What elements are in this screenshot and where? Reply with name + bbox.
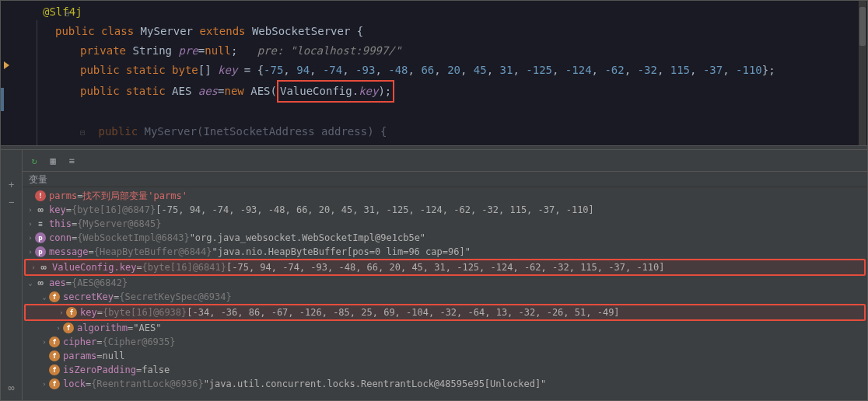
var-type: {HeapByteBuffer@6844} <box>94 245 212 259</box>
fold-minus-icon[interactable]: ⊟ <box>80 127 86 138</box>
variable-row[interactable]: ⌄∞aes = {AES@6842} <box>23 276 867 290</box>
var-type: {byte[16]@6938} <box>103 305 187 319</box>
code-line-7: ⊟ public MyServer(InetSocketAddress addr… <box>43 122 867 142</box>
var-kind-icon: f <box>49 350 60 361</box>
selection-indicator <box>1 88 4 111</box>
var-value: "java.nio.HeapByteBuffer[pos=0 lim=96 ca… <box>212 245 471 259</box>
var-kind-icon: p <box>35 246 46 257</box>
var-value: null <box>103 349 125 363</box>
var-name: aes <box>49 276 66 290</box>
highlight-valueconfig-key: ValueConfig.key); <box>277 80 394 103</box>
var-kind-icon: f <box>66 307 77 318</box>
var-kind-icon: f <box>49 378 60 389</box>
editor-scrollbar[interactable] <box>859 1 866 145</box>
var-kind-icon: f <box>49 336 60 347</box>
variable-row[interactable]: ›pmessage = {HeapByteBuffer@6844} "java.… <box>23 245 867 259</box>
variable-row[interactable]: ›flock = {ReentrantLock@6936} "java.util… <box>23 377 867 391</box>
expand-arrow-icon[interactable]: › <box>26 203 35 217</box>
expand-arrow-icon[interactable]: › <box>26 245 35 259</box>
variable-row[interactable]: ⌄fsecretKey = {SecretKeySpec@6934} <box>23 290 867 304</box>
expand-arrow-icon[interactable]: ⌄ <box>40 290 49 304</box>
var-kind-icon: f <box>49 291 60 302</box>
var-kind-icon: ! <box>35 190 46 201</box>
breakpoint-arrow-icon[interactable] <box>4 61 9 69</box>
expand-arrow-icon[interactable]: › <box>54 321 63 335</box>
expand-arrow-icon[interactable]: › <box>29 260 38 274</box>
var-name: this <box>49 217 72 231</box>
var-kind-icon: f <box>63 323 74 333</box>
var-type: {MyServer@6845} <box>77 217 161 231</box>
var-type: {Cipher@6935} <box>103 335 176 349</box>
var-kind-icon: ∞ <box>35 277 46 288</box>
code-editor-pane: ⊟ @Slf4j public class MyServer extends W… <box>1 1 867 145</box>
minus-icon[interactable]: − <box>9 197 14 207</box>
code-line-2: public class MyServer extends WebSocketS… <box>43 22 867 41</box>
fold-minus-icon[interactable]: ⊟ <box>65 4 70 23</box>
variable-row[interactable]: ›≡this = {MyServer@6845} <box>23 217 867 231</box>
table-view-icon[interactable]: ▦ <box>46 154 60 168</box>
variable-row[interactable]: ›∞key = {byte[16]@6847} [-75, 94, -74, -… <box>23 203 867 217</box>
debugger-pane: + − ∞ ↻ ▦ ≡ 变量 !parms = 找不到局部变量'parms'›∞… <box>1 150 867 400</box>
var-kind-icon: ∞ <box>35 204 46 215</box>
variable-row[interactable]: fparams = null <box>23 349 867 363</box>
var-name: conn <box>49 231 72 245</box>
expand-arrow-icon[interactable]: ⌄ <box>26 276 35 290</box>
var-kind-icon: ≡ <box>35 218 46 229</box>
code-line-4: public static byte[] key = {-75, 94, -74… <box>43 61 867 80</box>
var-name: lock <box>63 377 86 391</box>
var-type: {WebSocketImpl@6843} <box>77 231 190 245</box>
debug-restart-icon[interactable]: ↻ <box>27 154 41 168</box>
watch-icon[interactable]: ∞ <box>8 382 14 394</box>
code-line-5: public static AES aes=new AES(ValueConfi… <box>43 80 867 103</box>
var-type: {AES@6842} <box>72 276 128 290</box>
expand-arrow-icon[interactable]: › <box>26 231 35 245</box>
variable-row[interactable]: ›∞ValueConfig.key = {byte[16]@6841} [-75… <box>24 259 866 276</box>
variable-row[interactable]: fisZeroPadding = false <box>23 363 867 377</box>
variable-row[interactable]: !parms = 找不到局部变量'parms' <box>23 189 867 203</box>
variables-tree[interactable]: !parms = 找不到局部变量'parms'›∞key = {byte[16]… <box>23 187 867 400</box>
expand-arrow-icon[interactable]: › <box>40 377 49 391</box>
variable-row[interactable]: ›fkey = {byte[16]@6938} [-34, -36, 86, -… <box>24 304 866 321</box>
var-value: [-75, 94, -74, -93, -48, 66, 20, 45, 31,… <box>226 260 665 274</box>
var-name: isZeroPadding <box>63 363 136 377</box>
var-value: [-75, 94, -74, -93, -48, 66, 20, 45, 31,… <box>156 203 594 217</box>
expand-arrow-icon[interactable]: › <box>57 305 66 319</box>
var-kind-icon: ∞ <box>38 262 49 273</box>
var-name: cipher <box>63 335 96 349</box>
var-type: {ReentrantLock@6936} <box>91 377 204 391</box>
variable-row[interactable]: ›fcipher = {Cipher@6935} <box>23 335 867 349</box>
debugger-tabs: ↻ ▦ ≡ <box>23 150 867 172</box>
variable-row[interactable]: ›pconn = {WebSocketImpl@6843} "org.java_… <box>23 231 867 245</box>
var-kind-icon: f <box>49 364 60 375</box>
var-type: {byte[16]@6841} <box>142 260 226 274</box>
var-name: key <box>49 203 66 217</box>
list-view-icon[interactable]: ≡ <box>65 154 79 168</box>
expand-arrow-icon[interactable]: › <box>26 217 35 231</box>
variables-header: 变量 <box>23 172 867 187</box>
var-name: params <box>63 349 96 363</box>
var-value: [-34, -36, 86, -67, -126, -85, 25, 69, -… <box>187 305 619 319</box>
var-value: false <box>142 363 170 377</box>
var-name: parms <box>49 189 77 203</box>
var-name: message <box>49 245 89 259</box>
var-value: "java.util.concurrent.locks.ReentrantLoc… <box>204 377 547 391</box>
var-name: algorithm <box>77 321 128 335</box>
code-line-3: private String pre=null; pre: "localhost… <box>43 41 867 61</box>
var-kind-icon: p <box>35 232 46 243</box>
editor-gutter <box>1 1 29 145</box>
code-body[interactable]: ⊟ @Slf4j public class MyServer extends W… <box>29 1 867 145</box>
variable-row[interactable]: ›falgorithm = "AES" <box>23 321 867 335</box>
var-value: "org.java_websocket.WebSocketImpl@9e1cb5… <box>190 231 425 245</box>
var-value: 找不到局部变量'parms' <box>82 189 187 203</box>
var-value: "AES" <box>133 321 161 335</box>
expand-arrow-icon[interactable]: › <box>40 335 49 349</box>
var-name: ValueConfig.key <box>52 260 136 274</box>
var-type: {SecretKeySpec@6934} <box>119 290 232 304</box>
code-line-1: @Slf4j <box>43 2 867 22</box>
debugger-sidebar: + − ∞ <box>1 150 23 400</box>
var-name: secretKey <box>63 290 114 304</box>
var-name: key <box>80 305 97 319</box>
var-type: {byte[16]@6847} <box>72 203 156 217</box>
plus-icon[interactable]: + <box>9 180 14 190</box>
